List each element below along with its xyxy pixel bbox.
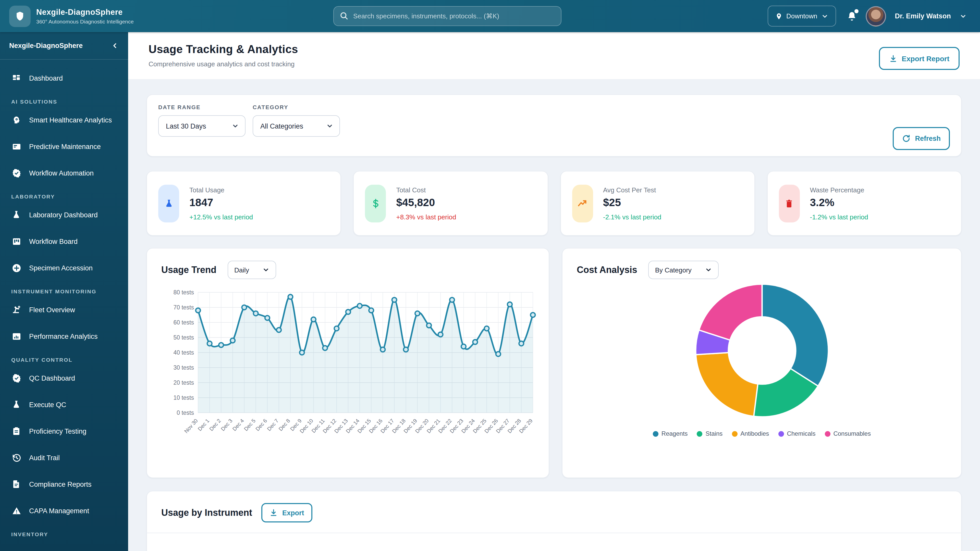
trash-icon	[779, 184, 800, 222]
category-label: CATEGORY	[253, 104, 340, 110]
svg-text:Dec 8: Dec 8	[277, 418, 291, 432]
chevron-down-icon	[326, 122, 333, 130]
svg-text:0 tests: 0 tests	[177, 410, 194, 416]
usage-trend-title: Usage Trend	[161, 265, 216, 275]
donut-legend: ReagentsStainsAntibodiesChemicalsConsuma…	[653, 430, 871, 437]
app-tagline: 360° Autonomous Diagnostic Intelligence	[36, 18, 134, 24]
svg-text:Dec 2: Dec 2	[208, 418, 222, 432]
main-content: Usage Tracking & Analytics Comprehensive…	[128, 32, 980, 551]
svg-text:30 tests: 30 tests	[173, 364, 194, 371]
page-title: Usage Tracking & Analytics	[148, 43, 962, 56]
notifications-button[interactable]	[847, 11, 857, 21]
sidebar-item-workflow-automation[interactable]: Workflow Automation	[0, 160, 128, 186]
app-root: Nexgile-DiagnoSphere 360° Autonomous Dia…	[0, 0, 980, 551]
category-select[interactable]: All Categories	[253, 115, 340, 137]
cost-grouping-select[interactable]: By Category	[649, 261, 719, 279]
sidebar-item-performance-analytics[interactable]: Performance Analytics	[0, 323, 128, 349]
user-avatar[interactable]	[865, 6, 886, 26]
svg-text:Nov 30: Nov 30	[183, 418, 199, 434]
svg-text:10 tests: 10 tests	[173, 394, 194, 401]
usage-trend-chart: 0 tests10 tests20 tests30 tests40 tests5…	[161, 285, 535, 454]
filters-card: DATE RANGE Last 30 Days CATEGORY All Cat…	[146, 94, 962, 157]
usage-by-instrument-title: Usage by Instrument	[161, 507, 252, 518]
sidebar-item-label: Workflow Automation	[29, 169, 94, 177]
global-search	[333, 6, 562, 26]
sidebar-item-label: Predictive Maintenance	[29, 143, 101, 150]
sidebar-item-label: CAPA Management	[29, 507, 89, 514]
stat-card-total-cost: Total Cost$45,820+8.3% vs last period	[353, 171, 548, 236]
sidebar-section-ai-solutions: AI SOLUTIONS	[0, 91, 128, 106]
sidebar-item-qc-dashboard[interactable]: QC Dashboard	[0, 365, 128, 391]
date-range-label: DATE RANGE	[158, 104, 245, 110]
location-label: Downtown	[786, 12, 817, 20]
dollar-icon	[365, 184, 386, 222]
stats-row: Total Usage1847+12.5% vs last periodTota…	[146, 171, 962, 236]
flask-icon	[11, 400, 21, 410]
search-input[interactable]	[333, 6, 562, 26]
cost-analysis-donut	[685, 279, 838, 428]
stat-delta: +12.5% vs last period	[189, 213, 253, 221]
sidebar-item-predictive-maintenance[interactable]: Predictive Maintenance	[0, 133, 128, 160]
legend-item-consumables: Consumables	[824, 430, 871, 437]
sidebar-item-workflow-board[interactable]: Workflow Board	[0, 228, 128, 254]
plus-circle-icon	[11, 263, 21, 273]
chevron-down-icon	[821, 13, 829, 20]
card-icon	[11, 141, 21, 151]
page-subtitle: Comprehensive usage analytics and cost t…	[148, 60, 962, 68]
sidebar-item-specimen-accession[interactable]: Specimen Accession	[0, 254, 128, 281]
shield-logo-icon	[9, 5, 30, 27]
sidebar-item-proficiency-testing[interactable]: Proficiency Testing	[0, 418, 128, 445]
export-table-button[interactable]: Export	[261, 503, 312, 522]
svg-text:20 tests: 20 tests	[173, 380, 194, 386]
sidebar-item-execute-qc[interactable]: Execute QC	[0, 391, 128, 418]
stat-delta: -2.1% vs last period	[603, 213, 661, 221]
shield-icon	[14, 11, 25, 22]
flask-icon	[11, 210, 21, 220]
sidebar-item-label: Specimen Accession	[29, 264, 93, 272]
sidebar-item-capa-management[interactable]: CAPA Management	[0, 497, 128, 524]
content: DATE RANGE Last 30 Days CATEGORY All Cat…	[128, 94, 980, 551]
location-selector[interactable]: Downtown	[767, 6, 836, 27]
trend-period-select[interactable]: Daily	[228, 261, 276, 279]
brain-icon	[11, 115, 21, 125]
sidebar-item-compliance-reports[interactable]: Compliance Reports	[0, 471, 128, 497]
stat-card-waste-percentage: Waste Percentage3.2%-1.2% vs last period	[767, 171, 962, 236]
legend-item-reagents: Reagents	[653, 430, 688, 437]
download-icon	[269, 509, 278, 517]
sidebar-item-fleet-overview[interactable]: Fleet Overview	[0, 297, 128, 323]
stat-delta: -1.2% vs last period	[810, 213, 868, 221]
badge-check-icon	[11, 373, 21, 383]
badge-check-icon	[11, 168, 21, 178]
dashboard-icon	[11, 73, 21, 83]
stat-delta: +8.3% vs last period	[396, 213, 456, 221]
sidebar-section-inventory: INVENTORY	[0, 524, 128, 539]
cost-analysis-card: Cost Analysis By Category ReagentsStains…	[562, 248, 962, 478]
sidebar-title: Nexgile-DiagnoSphere	[9, 42, 83, 49]
sidebar-item-dashboard[interactable]: Dashboard	[0, 65, 128, 91]
clipboard-icon	[11, 426, 21, 436]
chevron-down-icon	[232, 122, 239, 130]
stat-label: Total Cost	[396, 186, 456, 194]
stat-value: 3.2%	[810, 196, 868, 208]
svg-text:Dec 1: Dec 1	[197, 418, 210, 432]
sidebar-item-label: Performance Analytics	[29, 332, 98, 340]
sidebar-item-smart-healthcare-analytics[interactable]: Smart Healthcare Analytics	[0, 106, 128, 133]
refresh-button[interactable]: Refresh	[892, 127, 950, 150]
sidebar-section-quality-control: QUALITY CONTROL	[0, 349, 128, 365]
export-report-button[interactable]: Export Report	[879, 47, 959, 70]
date-range-select[interactable]: Last 30 Days	[158, 115, 245, 137]
sidebar-collapse-button[interactable]	[111, 42, 119, 49]
svg-text:Dec 6: Dec 6	[255, 418, 268, 432]
sidebar-item-label: Workflow Board	[29, 238, 78, 245]
warning-icon	[11, 506, 21, 516]
flask-icon	[158, 184, 179, 222]
cost-analysis-title: Cost Analysis	[577, 265, 637, 275]
stat-value: $45,820	[396, 196, 456, 208]
sidebar-item-laboratory-dashboard[interactable]: Laboratory Dashboard	[0, 202, 128, 228]
stat-value: 1847	[189, 196, 253, 208]
user-menu-chevron-icon[interactable]	[959, 13, 967, 20]
download-icon	[889, 54, 897, 62]
sidebar-item-audit-trail[interactable]: Audit Trail	[0, 445, 128, 471]
chart-card-icon	[11, 331, 21, 341]
sidebar-item-label: Fleet Overview	[29, 306, 75, 313]
